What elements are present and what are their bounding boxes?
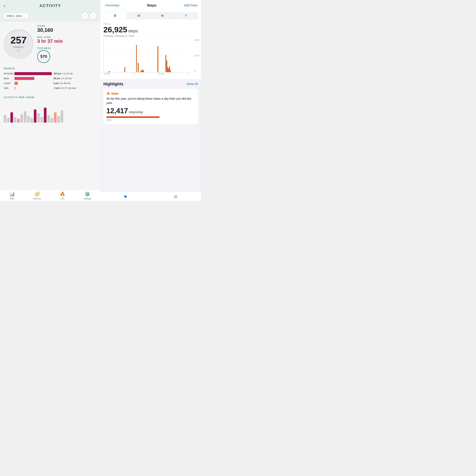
total-steps-value: 26,925	[103, 25, 127, 34]
activity-bar	[17, 101, 20, 122]
tab-week[interactable]: W	[127, 13, 151, 19]
light-bar-container	[15, 82, 52, 85]
points-circle: 257 POINTS ⓘ	[4, 29, 34, 59]
activity-section: ACTIVITY PER HOUR	[0, 94, 101, 189]
activity-bar	[61, 101, 63, 122]
total-value-row: 26,925 steps	[103, 25, 198, 34]
points-label: POINTS	[14, 46, 24, 49]
y-label-mid: 5,000	[194, 54, 199, 57]
prev-date-button[interactable]: ‹	[82, 12, 88, 19]
sed-bar	[15, 87, 15, 90]
total-unit-label: steps	[128, 29, 138, 33]
tab-year[interactable]: Y	[174, 13, 198, 19]
sed-label: SED. OVER	[37, 36, 97, 38]
stats-row: 257 POINTS ⓘ STEPS 30,160 SED. OVER 3 hr…	[0, 22, 101, 65]
activity-bar	[34, 101, 36, 122]
steps-label: STEPS	[37, 25, 97, 27]
left-header: ‹ ACTIVITY	[0, 0, 101, 11]
activity-bar	[47, 101, 50, 122]
date-picker[interactable]: FEB 2, 2021 ⌄	[4, 13, 28, 18]
activity-bar	[57, 101, 60, 122]
activity-bar	[31, 101, 33, 122]
total-section: TOTAL 26,925 steps Tuesday, February 2, …	[101, 21, 201, 38]
highlight-unit-label: steps/day	[129, 110, 143, 114]
nav-data[interactable]: 📊 Data	[9, 191, 15, 200]
activity-bar	[51, 101, 53, 122]
points-circle-bg: 257 POINTS ⓘ	[4, 29, 34, 59]
mod-details: 88 pts 1 hr 28 min	[53, 77, 72, 80]
bottom-nav-left: 📊 Data 🧭 Discover 🔥 Live ⚙️ Settings	[0, 189, 101, 201]
week-circle: 570	[37, 50, 50, 63]
tab-day[interactable]: D	[103, 13, 127, 19]
steps-chart-container: 10,00 5,000 0 12 AM 6 12 PM 6	[101, 38, 201, 79]
sedentary-stat: SED. OVER 3 hr 37 min	[37, 36, 97, 44]
x-label-12am: 12 AM	[104, 73, 110, 75]
back-button[interactable]: ‹	[4, 3, 5, 9]
activity-bar	[37, 101, 40, 122]
activity-bar	[14, 101, 16, 122]
right-panel: ‹ Summary Steps Add Data D W M Y TOTAL 2…	[101, 0, 201, 201]
highlights-header: Highlights Show All	[103, 82, 198, 86]
intense-bar	[15, 72, 52, 75]
bottom-nav-right: ♥ ⊞	[101, 192, 201, 201]
intense-label: INTENSE	[4, 72, 13, 75]
live-label: Live	[61, 197, 64, 200]
right-header: ‹ Summary Steps Add Data	[101, 0, 201, 10]
light-row: LIGHT 8 pts 2 hr 40 min	[4, 82, 97, 85]
tab-month[interactable]: M	[151, 13, 174, 19]
activity-chart	[4, 101, 97, 123]
highlight-progress-bar	[106, 116, 160, 118]
intense-details: 164 pts 1 hr 22 min	[53, 72, 73, 75]
activity-bar	[44, 101, 47, 122]
year-label: 2021	[106, 119, 195, 121]
points-info-icon[interactable]: ⓘ	[17, 49, 20, 53]
left-panel: ‹ ACTIVITY FEB 2, 2021 ⌄ ‹ › 257 POINTS …	[0, 0, 101, 201]
date-label: FEB 2, 2021	[7, 14, 22, 17]
light-label: LIGHT	[4, 82, 13, 85]
y-label-top: 10,00	[194, 39, 199, 41]
chart-y-labels: 10,00 5,000 0	[194, 39, 199, 72]
x-label-12pm: 12 PM	[158, 73, 164, 75]
mod-bar-container	[15, 77, 52, 80]
nav-discover[interactable]: 🧭 Discover	[33, 191, 41, 200]
live-icon: 🔥	[60, 191, 65, 197]
activity-bar	[4, 101, 6, 122]
date-chevron-icon: ⌄	[24, 15, 25, 17]
fire-icon: 🔥	[106, 92, 110, 95]
add-data-button[interactable]: Add Data	[184, 3, 197, 7]
summary-back-button[interactable]: ‹ Summary	[104, 3, 119, 7]
sed-value: 3 hr 37 min	[37, 38, 97, 44]
highlight-type-label: Steps	[111, 92, 119, 95]
grid-button[interactable]: ⊞	[174, 194, 177, 199]
show-all-button[interactable]: Show All	[187, 82, 198, 86]
discover-icon: 🧭	[34, 191, 40, 197]
nav-live[interactable]: 🔥 Live	[60, 191, 65, 200]
total-label: TOTAL	[103, 23, 198, 25]
activity-bar	[41, 101, 43, 122]
heart-button[interactable]: ♥	[124, 194, 127, 200]
sed-bar-container	[15, 87, 52, 90]
highlight-text: So far this year, you're taking fewer st…	[106, 97, 195, 105]
this-week-label: THIS WEEK	[37, 47, 51, 49]
summary-back-label: Summary	[106, 3, 119, 7]
chart-x-labels: 12 AM 6 12 PM 6	[103, 72, 190, 75]
y-label-bottom: 0	[194, 70, 199, 72]
date-bar: FEB 2, 2021 ⌄ ‹ ›	[0, 11, 101, 22]
activity-bar	[7, 101, 10, 122]
this-week-section: THIS WEEK 570	[37, 47, 97, 63]
next-date-button[interactable]: ›	[90, 12, 97, 19]
highlights-section: Highlights Show All 🔥 Steps So far this …	[101, 79, 201, 192]
mod-row: MOD. 88 pts 1 hr 28 min	[4, 77, 97, 80]
nav-settings[interactable]: ⚙️ Settings	[84, 191, 91, 200]
period-tabs: D W M Y	[103, 13, 198, 19]
points-section: POINTS INTENSE 164 pts 1 hr 22 min MOD. …	[0, 65, 101, 94]
highlight-type: 🔥 Steps	[106, 92, 195, 95]
sed-details: -3 pts 3 hr 37 min over	[53, 87, 76, 89]
sed-hours: 3 hr	[37, 38, 46, 44]
activity-bar	[54, 101, 56, 122]
steps-chart-area: 10,00 5,000 0	[103, 39, 190, 72]
highlight-value-row: 12,417 steps/day	[106, 107, 195, 115]
data-label: Data	[10, 197, 14, 200]
date-nav-arrows: ‹ ›	[82, 12, 97, 19]
activity-bar	[27, 101, 30, 122]
